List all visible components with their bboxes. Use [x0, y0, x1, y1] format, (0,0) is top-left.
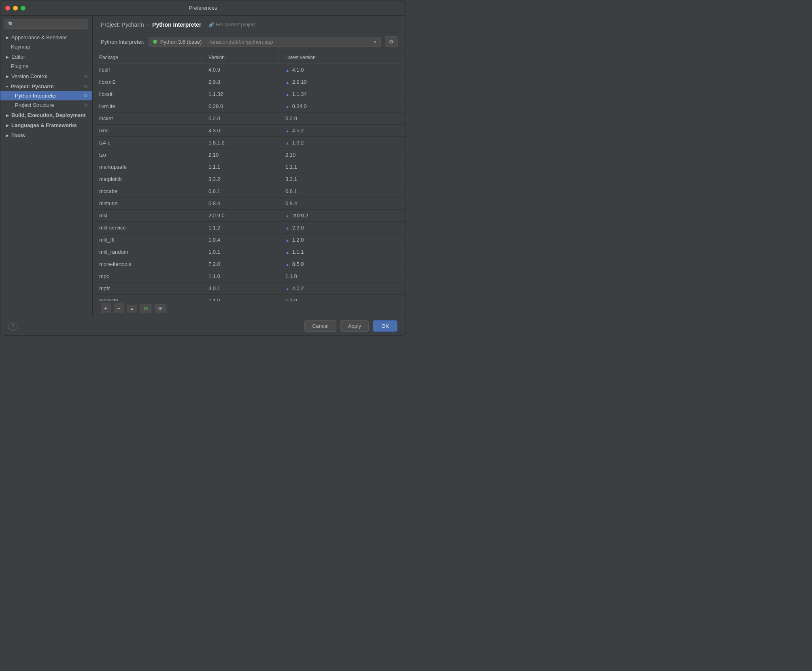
sidebar-item-python-interpreter[interactable]: Python Interpreter ⧉ [0, 91, 92, 100]
package-latest: ▲ 4.1.0 [279, 64, 406, 76]
sidebar-item-label: Languages & Frameworks [11, 122, 77, 128]
package-latest: 0.8.4 [279, 197, 406, 209]
sidebar-item-project-structure[interactable]: Project Structure ⧉ [0, 100, 92, 110]
package-name: lz4-c [93, 137, 202, 149]
package-name: mkl_fft [93, 234, 202, 246]
status-dot [153, 40, 157, 44]
upgrade-arrow-icon: ▲ [285, 226, 291, 230]
chevron-down-icon: ▾ [374, 39, 376, 45]
upgrade-arrow-icon: ▲ [285, 238, 291, 242]
sidebar-item-label: Build, Execution, Deployment [11, 112, 85, 118]
package-latest: ▲ 1.1.34 [279, 88, 406, 100]
package-latest: 0.6.1 [279, 185, 406, 197]
table-row[interactable]: mpc1.1.01.1.0 [93, 270, 406, 282]
sidebar-item-label: Version Control [11, 73, 47, 79]
table-row[interactable]: mccabe0.6.10.6.1 [93, 185, 406, 197]
show-details-button[interactable]: 👁 [155, 304, 166, 313]
table-row[interactable]: mistune0.8.40.8.4 [93, 197, 406, 210]
close-button[interactable] [5, 6, 10, 11]
copy-icon: ⧉ [84, 74, 87, 79]
sidebar-item-plugins[interactable]: Plugins [0, 62, 92, 71]
ok-button[interactable]: OK [373, 320, 397, 332]
gear-button[interactable]: ⚙ [385, 36, 397, 47]
upgrade-arrow-icon: ▲ [285, 129, 291, 133]
sidebar-item-tools[interactable]: ▶ Tools [0, 130, 92, 140]
sidebar-item-label: Python Interpreter [15, 93, 57, 99]
chevron-right-icon: ▶ [6, 74, 9, 79]
interpreter-select-dropdown[interactable]: Python 3.6 (base) ~/anaconda3/bin/python… [149, 37, 381, 47]
table-row[interactable]: libxml22.9.8▲ 2.9.10 [93, 76, 406, 88]
upgrade-arrow-icon: ▲ [285, 214, 291, 218]
search-box[interactable]: 🔍 [4, 19, 88, 29]
sidebar-item-editor[interactable]: ▶ Editor [0, 51, 92, 62]
package-version: 0.8.4 [202, 197, 279, 209]
table-row[interactable]: matplotlib3.3.23.3.1 [93, 173, 406, 185]
table-row[interactable]: libtiff4.0.9▲ 4.1.0 [93, 64, 406, 76]
window-title: Preferences [189, 5, 217, 11]
interpreter-label: Python Interpreter: [101, 39, 145, 45]
for-current-project: 🔗 For current project [208, 22, 255, 28]
remove-package-button[interactable]: − [114, 304, 123, 313]
bottom-bar: ? Cancel Apply OK [0, 316, 406, 336]
sidebar-item-languages[interactable]: ▶ Languages & Frameworks [0, 120, 92, 130]
table-row[interactable]: llvmlite0.29.0▲ 0.34.0 [93, 100, 406, 113]
package-name: lxml [93, 125, 202, 136]
sidebar-item-label: Tools [11, 132, 25, 138]
chevron-right-icon: ▶ [6, 113, 9, 117]
reload-button[interactable]: ⟳ [140, 304, 151, 313]
table-row[interactable]: mkl2019.0▲ 2020.2 [93, 210, 406, 222]
content-header: Project: Pycharm › Python Interpreter 🔗 … [93, 16, 406, 32]
upgrade-arrow-icon: ▲ [285, 141, 291, 145]
sidebar-item-build-execution[interactable]: ▶ Build, Execution, Deployment [0, 110, 92, 120]
package-version: 3.3.2 [202, 173, 279, 185]
package-name: libtiff [93, 64, 202, 76]
interpreter-path: ~/anaconda3/bin/python.app [206, 39, 273, 45]
table-row[interactable]: lzo2.102.10 [93, 149, 406, 161]
chevron-right-icon: ▶ [6, 55, 9, 59]
table-row[interactable]: mpmath1.1.01.1.0 [93, 295, 406, 301]
sidebar-item-project-pycharm[interactable]: ▾ Project: Pycharm ⧉ [0, 81, 92, 91]
copy-icon: ⧉ [84, 102, 87, 108]
table-row[interactable]: lxml4.3.0▲ 4.5.2 [93, 125, 406, 137]
sidebar-item-version-control[interactable]: ▶ Version Control ⧉ [0, 71, 92, 81]
package-name: mpmath [93, 295, 202, 301]
breadcrumb-project: Project: Pycharm [101, 21, 144, 28]
table-row[interactable]: mpfr4.0.1▲ 4.0.2 [93, 282, 406, 295]
sidebar-item-appearance[interactable]: ▶ Appearance & Behavior [0, 32, 92, 42]
package-version: 1.1.2 [202, 222, 279, 234]
packages-table[interactable]: Package Version Latest version libtiff4.… [93, 51, 406, 301]
package-latest: 0.2.0 [279, 113, 406, 124]
table-row[interactable]: libxslt1.1.32▲ 1.1.34 [93, 88, 406, 100]
upgrade-package-button[interactable]: ▲ [127, 305, 137, 312]
interpreter-row: Python Interpreter: Python 3.6 (base) ~/… [93, 32, 406, 51]
upgrade-arrow-icon: ▲ [285, 80, 291, 85]
package-latest: 1.1.0 [279, 295, 406, 301]
table-row[interactable]: mkl-service1.1.2▲ 2.3.0 [93, 222, 406, 234]
col-package: Package [93, 51, 202, 64]
package-version: 1.8.1.2 [202, 137, 279, 149]
add-package-button[interactable]: + [101, 304, 111, 313]
package-version: 2.10 [202, 149, 279, 161]
package-latest: 1.1.0 [279, 270, 406, 282]
package-latest: ▲ 1.2.0 [279, 234, 406, 246]
package-name: markupsafe [93, 161, 202, 173]
table-row[interactable]: mkl_fft1.0.4▲ 1.2.0 [93, 234, 406, 246]
table-row[interactable]: lz4-c1.8.1.2▲ 1.9.2 [93, 137, 406, 149]
table-row[interactable]: markupsafe1.1.11.1.1 [93, 161, 406, 173]
help-button[interactable]: ? [9, 322, 17, 331]
cancel-button[interactable]: Cancel [304, 320, 336, 332]
main-content: Project: Pycharm › Python Interpreter 🔗 … [93, 16, 406, 316]
apply-button[interactable]: Apply [340, 320, 369, 332]
table-row[interactable]: more-itertools7.2.0▲ 8.5.0 [93, 258, 406, 270]
table-row[interactable]: locket0.2.00.2.0 [93, 113, 406, 125]
package-latest: ▲ 4.5.2 [279, 125, 406, 136]
package-version: 1.0.1 [202, 246, 279, 258]
package-version: 1.1.32 [202, 88, 279, 100]
search-input[interactable] [15, 21, 85, 27]
package-name: mkl-service [93, 222, 202, 234]
minimize-button[interactable] [13, 6, 18, 11]
breadcrumb-current: Python Interpreter [152, 21, 201, 28]
table-row[interactable]: mkl_random1.0.1▲ 1.1.1 [93, 246, 406, 258]
sidebar-item-keymap[interactable]: Keymap [0, 42, 92, 51]
maximize-button[interactable] [21, 6, 26, 11]
